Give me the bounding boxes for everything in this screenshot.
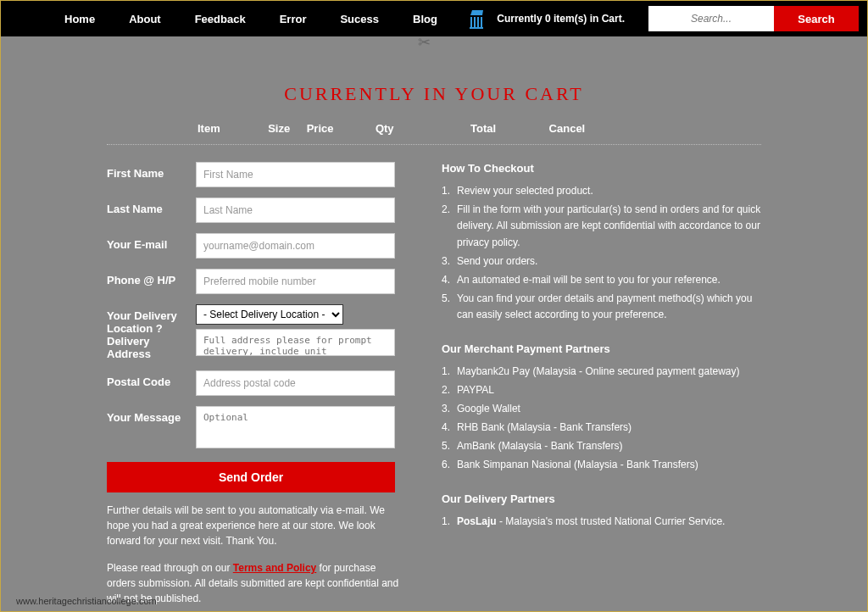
svg-rect-1 [474,17,476,27]
howto-list: Review your selected product. Fill in th… [442,183,761,324]
delivery-list: PosLaju - Malaysia's most trusted Nation… [442,514,761,530]
input-lname[interactable] [196,198,395,223]
nav-sucess[interactable]: Sucess [323,13,396,25]
list-item: Maybank2u Pay (Malaysia - Online secured… [457,364,761,380]
watermark: www.heritagechristiancollege.com [16,596,157,606]
list-item: You can find your order details and paym… [457,291,761,323]
label-message: Your Message [107,406,196,424]
label-postal: Postal Code [107,370,196,388]
cart-icon[interactable] [465,8,488,29]
search-button[interactable]: Search [774,6,859,31]
list-item: AmBank (Malaysia - Bank Transfers) [457,438,761,454]
howto-heading: How To Checkout [442,162,761,175]
label-location: Your Delivery Location ? Delivery Addres… [107,304,196,360]
label-phone: Phone @ H/P [107,269,196,287]
top-nav-bar: Home About Feedback Error Sucess Blog Cu… [1,1,867,36]
order-form: First Name Last Name Your E-mail Phone @… [107,162,395,606]
list-item: PAYPAL [457,382,761,398]
nav-about[interactable]: About [112,13,178,25]
input-postal[interactable] [196,370,395,396]
svg-rect-2 [477,17,479,27]
nav-home[interactable]: Home [47,13,112,25]
select-location[interactable]: - Select Delivery Location - [196,304,343,325]
send-order-button[interactable]: Send Order [107,462,395,492]
list-item: RHB Bank (Malaysia - Bank Transfers) [457,420,761,436]
input-email[interactable] [196,233,395,259]
search-input[interactable] [648,6,774,31]
cart-table-header: Item Size Price Qty Total Cancel [107,120,761,145]
nav-links: Home About Feedback Error Sucess Blog [47,13,454,25]
svg-rect-0 [470,17,472,27]
list-item: PosLaju - Malaysia's most trusted Nation… [457,514,761,530]
svg-rect-3 [481,17,482,27]
list-item: Review your selected product. [457,183,761,199]
input-fname[interactable] [196,162,395,187]
label-email: Your E-mail [107,233,196,251]
label-fname: First Name [107,162,196,180]
col-total: Total [470,122,496,135]
col-item: Item [198,122,220,135]
nav-error[interactable]: Error [263,13,324,25]
note-thanks: Further details will be sent to you auto… [107,503,395,548]
terms-link[interactable]: Terms and Policy [233,562,316,574]
col-size: Size [268,122,290,135]
nav-blog[interactable]: Blog [396,13,454,25]
scissors-icon: ✂ [418,33,431,52]
info-column: How To Checkout Review your selected pro… [442,162,761,606]
list-item: Send your orders. [457,253,761,270]
col-cancel: Cancel [549,122,586,135]
col-price: Price [307,122,334,135]
input-phone[interactable] [196,269,395,294]
nav-feedback[interactable]: Feedback [178,13,263,25]
list-item: Google Wallet [457,401,761,417]
textarea-address[interactable] [196,329,395,356]
cart-status: Currently 0 item(s) in Cart. [497,13,625,25]
list-item: Fill in the form with your particular(s)… [457,202,761,251]
col-qty: Qty [376,122,394,135]
delivery-heading: Our Delivery Partners [442,492,761,505]
merchants-heading: Our Merchant Payment Partners [442,342,761,355]
list-item: Bank Simpanan Nasional (Malaysia - Bank … [457,457,761,473]
merchants-list: Maybank2u Pay (Malaysia - Online secured… [442,364,761,474]
textarea-message[interactable] [196,406,395,448]
label-lname: Last Name [107,198,196,215]
page-title: CURRENTLY IN YOUR CART [1,83,867,105]
svg-rect-4 [470,27,483,29]
list-item: An automated e-mail will be sent to you … [457,272,761,288]
